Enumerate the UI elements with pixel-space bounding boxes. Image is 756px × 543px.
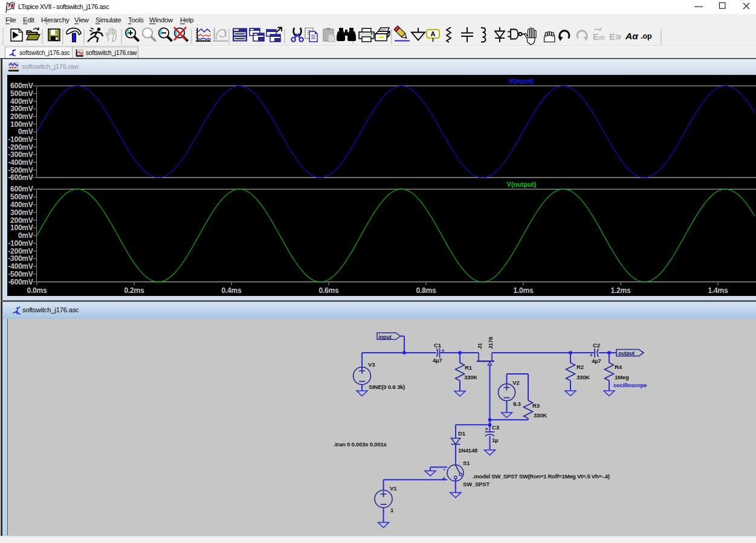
svg-text:C1: C1 — [434, 342, 442, 349]
svg-text:J1: J1 — [476, 342, 483, 349]
svg-text:R1: R1 — [465, 364, 473, 371]
svg-text:R4: R4 — [615, 364, 622, 370]
svg-text:R3: R3 — [532, 402, 540, 409]
svg-text:4µ7: 4µ7 — [592, 358, 601, 364]
svg-text:J176: J176 — [487, 337, 494, 349]
svg-text:C2: C2 — [593, 342, 600, 349]
svg-text:1.2ms: 1.2ms — [611, 286, 631, 295]
svg-text:SW_SPST: SW_SPST — [463, 481, 489, 487]
svg-text:V(output): V(output) — [507, 181, 537, 188]
svg-text:9.3: 9.3 — [513, 400, 521, 407]
svg-text:330K: 330K — [577, 374, 590, 381]
svg-text:0.6ms: 0.6ms — [319, 286, 339, 295]
svg-text:input: input — [379, 334, 392, 340]
svg-text:output: output — [618, 350, 635, 356]
svg-text:V3: V3 — [368, 361, 375, 368]
svg-text:0.4ms: 0.4ms — [222, 286, 242, 295]
svg-text:C3: C3 — [492, 424, 499, 431]
svg-text:E: E — [593, 31, 599, 42]
svg-text:V(input): V(input) — [508, 77, 534, 85]
svg-text:oscilloscope: oscilloscope — [613, 382, 647, 388]
svg-text:1Meg: 1Meg — [615, 374, 629, 381]
svg-text:0.0ms: 0.0ms — [27, 286, 47, 295]
svg-text:.op: .op — [641, 32, 652, 40]
svg-text:+: + — [442, 475, 445, 482]
svg-text:∍: ∍ — [615, 31, 622, 42]
svg-text:V2: V2 — [512, 379, 519, 386]
svg-text:330K: 330K — [534, 412, 547, 419]
svg-text:V1: V1 — [390, 485, 397, 492]
svg-text:SINE(0 0.6 3k): SINE(0 0.6 3k) — [369, 384, 405, 390]
svg-text:-600mV: -600mV — [8, 173, 33, 182]
svg-text:S1: S1 — [463, 460, 470, 466]
svg-text:0.2ms: 0.2ms — [124, 286, 144, 295]
svg-text:1.0ms: 1.0ms — [514, 286, 534, 295]
svg-text:.tran 0 0.003s 0.001s: .tran 0 0.003s 0.001s — [334, 441, 387, 448]
svg-text:D1: D1 — [458, 430, 466, 437]
svg-text:m: m — [599, 34, 605, 41]
svg-text:4µ7: 4µ7 — [433, 357, 442, 364]
svg-text:.model SW_SPST SW(Ron=1 Roff=1: .model SW_SPST SW(Ron=1 Roff=1Meg Vt=.5 … — [473, 473, 610, 480]
svg-text:R2: R2 — [577, 364, 584, 370]
svg-text:Aα: Aα — [625, 31, 639, 41]
svg-text:330K: 330K — [464, 374, 477, 381]
svg-text:1N4148: 1N4148 — [458, 447, 477, 454]
svg-text:1µ: 1µ — [492, 437, 498, 443]
svg-text:A: A — [431, 30, 436, 37]
svg-text:0.8ms: 0.8ms — [416, 286, 436, 295]
svg-text:E: E — [609, 31, 615, 42]
svg-text:-600mV: -600mV — [8, 278, 33, 286]
svg-text:1.4ms: 1.4ms — [708, 286, 728, 295]
svg-text:1: 1 — [390, 507, 394, 513]
